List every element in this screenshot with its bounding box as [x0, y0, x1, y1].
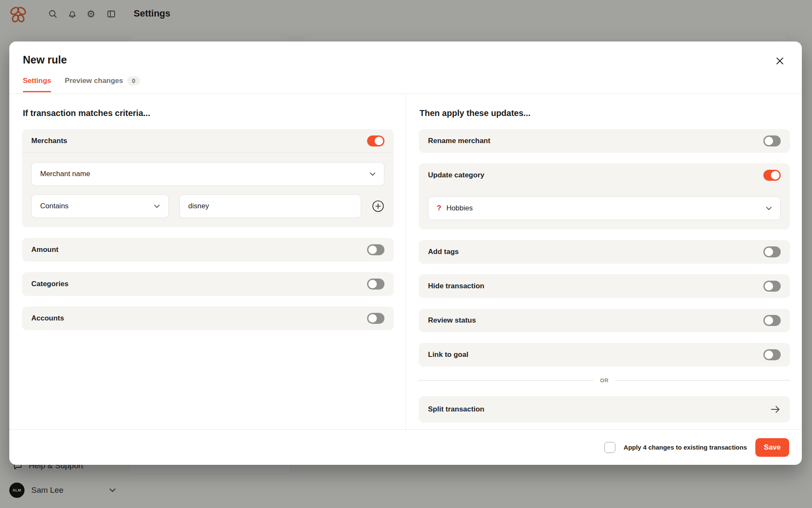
updates-column: Then apply these updates... Rename merch…: [406, 94, 802, 429]
operator-value: Contains: [40, 202, 69, 210]
close-button[interactable]: [772, 53, 787, 69]
close-icon: [776, 57, 784, 65]
amount-label: Amount: [31, 246, 58, 254]
review-status-row: Review status: [419, 309, 790, 332]
amount-toggle[interactable]: [367, 244, 384, 255]
update-category-toggle[interactable]: [763, 170, 781, 181]
hide-transaction-label: Hide transaction: [428, 282, 484, 290]
screen: ⚙ Settings Help & Support SLM Sam Lee Ne…: [0, 0, 812, 508]
merchants-header-row: Merchants: [22, 129, 394, 153]
modal-footer: Apply 4 changes to existing transactions…: [9, 429, 802, 465]
preview-count-badge: 0: [127, 76, 140, 86]
category-question-icon: ?: [437, 204, 441, 212]
add-condition-button[interactable]: [372, 200, 384, 213]
criteria-heading: If transaction matches criteria...: [23, 108, 394, 118]
tab-preview-changes[interactable]: Preview changes 0: [65, 76, 140, 92]
divider-line: [419, 380, 593, 381]
plus-circle-icon: [372, 200, 384, 213]
apply-changes-label: Apply 4 changes to existing transactions: [624, 444, 747, 451]
add-tags-toggle[interactable]: [763, 246, 781, 257]
update-category-card: Update category ?Hobbies: [419, 163, 790, 229]
update-category-body: ?Hobbies: [419, 187, 790, 229]
hide-transaction-card: Hide transaction: [419, 274, 790, 298]
merchants-card: Merchants Merchant name Contains: [22, 129, 394, 227]
rename-merchant-card: Rename merchant: [419, 129, 790, 153]
accounts-toggle[interactable]: [367, 313, 384, 324]
add-tags-row: Add tags: [419, 240, 790, 264]
hide-transaction-toggle[interactable]: [763, 281, 781, 292]
categories-row: Categories: [22, 272, 394, 296]
tab-preview-label: Preview changes: [65, 77, 123, 85]
link-to-goal-card: Link to goal: [419, 343, 790, 367]
operator-select[interactable]: Contains: [31, 194, 169, 218]
merchants-body: Merchant name Contains: [22, 153, 394, 227]
modal-content: If transaction matches criteria... Merch…: [9, 94, 802, 429]
merchants-toggle[interactable]: [367, 135, 384, 146]
merchants-label: Merchants: [31, 137, 67, 145]
split-transaction-label: Split transaction: [428, 405, 484, 414]
review-status-toggle[interactable]: [763, 315, 781, 326]
tab-settings[interactable]: Settings: [23, 77, 51, 92]
update-category-header-row: Update category: [419, 163, 790, 187]
or-label: OR: [600, 377, 609, 384]
update-category-label: Update category: [428, 171, 484, 179]
save-button[interactable]: Save: [755, 438, 789, 457]
category-select[interactable]: ?Hobbies: [428, 196, 781, 220]
apply-changes-checkbox[interactable]: [604, 442, 615, 453]
link-to-goal-row: Link to goal: [419, 343, 790, 367]
categories-label: Categories: [31, 280, 69, 288]
merchant-field-select[interactable]: Merchant name: [31, 162, 384, 186]
link-to-goal-label: Link to goal: [428, 351, 468, 359]
accounts-card: Accounts: [22, 306, 394, 330]
category-select-value: ?Hobbies: [437, 204, 473, 213]
hide-transaction-row: Hide transaction: [419, 274, 790, 298]
add-tags-label: Add tags: [428, 248, 459, 256]
tab-settings-label: Settings: [23, 77, 51, 85]
amount-row: Amount: [22, 238, 394, 262]
review-status-label: Review status: [428, 316, 476, 325]
split-transaction-row: Split transaction: [419, 396, 790, 422]
modal-title: New rule: [23, 52, 788, 67]
criteria-column: If transaction matches criteria... Merch…: [9, 94, 406, 429]
arrow-right-icon: [771, 406, 781, 413]
accounts-label: Accounts: [31, 314, 64, 323]
amount-card: Amount: [22, 238, 394, 262]
accounts-row: Accounts: [22, 306, 394, 330]
merchant-condition-row: Contains: [31, 194, 384, 218]
merchant-value-input[interactable]: [179, 194, 361, 218]
divider-line: [615, 380, 790, 381]
categories-toggle[interactable]: [367, 279, 384, 290]
merchant-field-value: Merchant name: [40, 170, 90, 178]
link-to-goal-toggle[interactable]: [763, 349, 781, 360]
rename-merchant-label: Rename merchant: [428, 137, 490, 145]
add-tags-card: Add tags: [419, 240, 790, 264]
chevron-down-icon: [154, 204, 160, 208]
chevron-down-icon: [766, 207, 772, 210]
new-rule-modal: New rule Settings Preview changes 0: [9, 41, 802, 465]
or-divider: OR: [419, 377, 790, 384]
modal-header: New rule Settings Preview changes 0: [9, 41, 802, 94]
chevron-down-icon: [370, 172, 376, 176]
rename-merchant-row: Rename merchant: [419, 129, 790, 153]
split-transaction-card[interactable]: Split transaction: [419, 396, 790, 422]
modal-tabs: Settings Preview changes 0: [23, 76, 788, 92]
rename-merchant-toggle[interactable]: [763, 135, 781, 146]
updates-heading: Then apply these updates...: [420, 108, 790, 118]
category-name: Hobbies: [446, 204, 472, 212]
review-status-card: Review status: [419, 309, 790, 332]
categories-card: Categories: [22, 272, 394, 296]
